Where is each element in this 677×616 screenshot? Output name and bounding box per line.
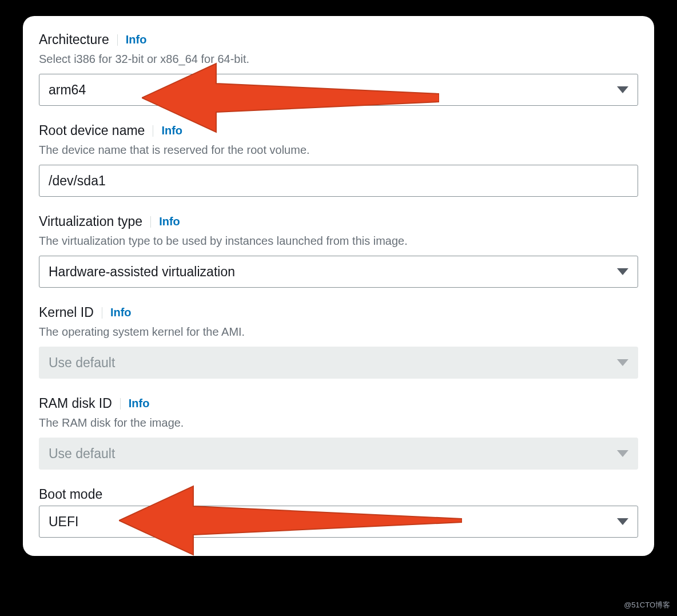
architecture-select[interactable]: arm64	[39, 74, 638, 106]
virtualization-label: Virtualization type	[39, 214, 142, 229]
root-device-label-row: Root device name Info	[39, 123, 638, 138]
architecture-info-link[interactable]: Info	[126, 33, 147, 46]
virtualization-info-link[interactable]: Info	[159, 215, 180, 228]
ram-disk-id-description: The RAM disk for the image.	[39, 415, 638, 431]
divider	[117, 34, 118, 46]
chevron-down-icon	[617, 86, 628, 93]
virtualization-label-row: Virtualization type Info	[39, 214, 638, 229]
virtualization-field: Virtualization type Info The virtualizat…	[39, 214, 638, 288]
root-device-value: /dev/sda1	[49, 173, 106, 189]
kernel-id-label: Kernel ID	[39, 305, 94, 320]
chevron-down-icon	[617, 450, 628, 457]
divider	[120, 398, 121, 410]
ram-disk-id-value: Use default	[49, 446, 115, 462]
kernel-id-select: Use default	[39, 347, 638, 379]
kernel-id-description: The operating system kernel for the AMI.	[39, 324, 638, 340]
watermark: @51CTO博客	[624, 600, 670, 610]
root-device-info-link[interactable]: Info	[161, 124, 182, 137]
architecture-field: Architecture Info Select i386 for 32-bit…	[39, 32, 638, 106]
boot-mode-select[interactable]: UEFI	[39, 506, 638, 538]
virtualization-value: Hardware-assisted virtualization	[49, 264, 235, 280]
divider	[150, 216, 151, 228]
kernel-id-value: Use default	[49, 355, 115, 371]
root-device-description: The device name that is reserved for the…	[39, 142, 638, 158]
ram-disk-id-field: RAM disk ID Info The RAM disk for the im…	[39, 396, 638, 470]
boot-mode-label: Boot mode	[39, 487, 102, 502]
root-device-input[interactable]: /dev/sda1	[39, 165, 638, 197]
architecture-label-row: Architecture Info	[39, 32, 638, 47]
kernel-id-field: Kernel ID Info The operating system kern…	[39, 305, 638, 379]
chevron-down-icon	[617, 268, 628, 275]
virtualization-description: The virtualization type to be used by in…	[39, 233, 638, 249]
ram-disk-id-select: Use default	[39, 438, 638, 470]
chevron-down-icon	[617, 359, 628, 366]
architecture-label: Architecture	[39, 32, 109, 47]
root-device-field: Root device name Info The device name th…	[39, 123, 638, 197]
kernel-id-info-link[interactable]: Info	[110, 306, 132, 319]
boot-mode-field: Boot mode UEFI	[39, 487, 638, 538]
architecture-value: arm64	[49, 82, 86, 98]
form-panel: Architecture Info Select i386 for 32-bit…	[23, 16, 654, 556]
ram-disk-id-label-row: RAM disk ID Info	[39, 396, 638, 411]
divider	[153, 125, 153, 137]
virtualization-select[interactable]: Hardware-assisted virtualization	[39, 256, 638, 288]
chevron-down-icon	[617, 518, 628, 525]
architecture-description: Select i386 for 32-bit or x86_64 for 64-…	[39, 51, 638, 67]
divider	[102, 307, 102, 319]
boot-mode-value: UEFI	[49, 514, 78, 530]
kernel-id-label-row: Kernel ID Info	[39, 305, 638, 320]
ram-disk-id-info-link[interactable]: Info	[129, 397, 150, 410]
root-device-label: Root device name	[39, 123, 145, 138]
ram-disk-id-label: RAM disk ID	[39, 396, 112, 411]
boot-mode-label-row: Boot mode	[39, 487, 638, 502]
